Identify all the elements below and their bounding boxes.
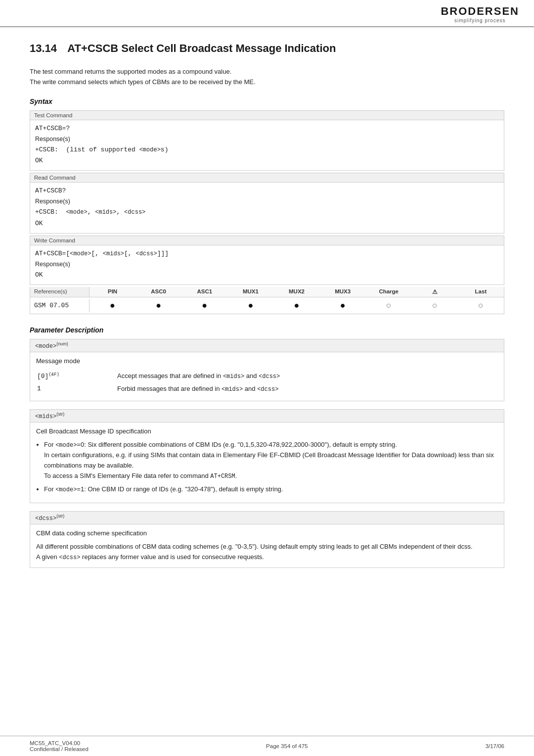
section-title-text: AT+CSCB Select Cell Broadcast Message In… [67,42,336,54]
main-content: 13.14 AT+CSCB Select Cell Broadcast Mess… [0,27,534,615]
command-blocks: Test Command AT+CSCB=? Response(s) +CSCB… [30,110,504,315]
col-mux3: MUX3 [320,287,366,297]
logo-subtitle: simplifying process [441,18,519,23]
intro-line-1: The test command returns the supported m… [30,67,504,77]
param-mode-val-1: 1 Forbid messages that are defined in <m… [37,383,497,395]
param-mode-header: <mode>(num) [30,339,504,352]
mids-bullet-0: For <mode>=0: Six different possible com… [44,440,498,481]
dot-mux3: ● [320,297,366,314]
col-last: Last [458,287,504,297]
dot-pin: ● [89,297,135,314]
syntax-heading: Syntax [30,97,504,105]
footer-doc-id: MC55_ATC_V04.00 [30,740,89,746]
param-mode-block: <mode>(num) Message mode [0](&F) Accept … [30,339,504,401]
param-mids-name: Cell Broadcast Message ID specification [36,426,498,437]
param-mids-block: <mids>(str) Cell Broadcast Message ID sp… [30,409,504,503]
write-command-header: Write Command [30,236,504,245]
write-response-label: Response(s) [35,259,499,270]
mode-val-0: [0](&F) [37,371,116,382]
param-dcss-text-1: All different possible combinations of C… [36,542,498,563]
footer-status: Confidential / Released [30,746,89,752]
read-command-header: Read Command [30,173,504,183]
test-command-text: AT+CSCB=? [35,123,499,134]
param-mode-val-0: [0](&F) Accept messages that are defined… [37,371,497,382]
col-mux1: MUX1 [227,287,273,297]
page-footer: MC55_ATC_V04.00 Confidential / Released … [0,736,534,756]
col-pin: PIN [89,287,135,297]
dot-warning: ○ [412,297,458,314]
ref-col-headers: PIN ASC0 ASC1 MUX1 MUX2 MUX3 Charge ⚠︎ L… [89,287,504,297]
reference-block: Reference(s) PIN ASC0 ASC1 MUX1 MUX2 MUX… [30,287,504,314]
param-mids-body: Cell Broadcast Message ID specification … [30,423,504,503]
intro-line-2: The write command selects which types of… [30,77,504,88]
col-warning: ⚠︎ [412,287,458,297]
param-mode-body: Message mode [0](&F) Accept messages tha… [30,352,504,401]
dot-charge: ○ [366,297,412,314]
write-ok: OK [35,270,499,281]
param-heading: Parameter Description [30,326,504,334]
test-response-text: +CSCB: (list of supported <mode>s) [35,144,499,155]
ref-dots-row: ● ● ● ● ● ● ○ ○ ○ [89,297,504,314]
section-number: 13.14 [30,42,57,54]
ref-gsm-label: GSM 07.05 [30,299,89,312]
test-command-block: Test Command AT+CSCB=? Response(s) +CSCB… [30,110,504,171]
section-title: 13.14 AT+CSCB Select Cell Broadcast Mess… [30,42,504,57]
param-dcss-header: <dcss>(str) [30,512,504,524]
test-command-header: Test Command [30,111,504,120]
footer-date: 3/17/06 [486,743,504,749]
dot-mux1: ● [227,297,273,314]
mids-bullet-1: For <mode>=1: One CBM ID or range of IDs… [44,484,498,495]
write-command-block: Write Command AT+CSCB=[<mode>[, <mids>[,… [30,236,504,285]
param-mids-bullets: For <mode>=0: Six different possible com… [44,440,498,495]
read-response-text: +CSCB: <mode>, <mids>, <dcss> [35,207,499,218]
read-command-text: AT+CSCB? [35,186,499,196]
test-ok: OK [35,155,499,166]
read-command-block: Read Command AT+CSCB? Response(s) +CSCB:… [30,173,504,234]
test-response-label: Response(s) [35,134,499,144]
intro-text: The test command returns the supported m… [30,67,504,88]
mode-val-1: 1 [37,383,116,395]
ref-header: Reference(s) PIN ASC0 ASC1 MUX1 MUX2 MUX… [30,287,504,297]
read-command-body: AT+CSCB? Response(s) +CSCB: <mode>, <mid… [30,183,504,233]
write-command-body: AT+CSCB=[<mode>[, <mids>[, <dcss>]]] Res… [30,245,504,284]
read-response-label: Response(s) [35,196,499,207]
mode-desc-0: Accept messages that are defined in <mid… [117,371,497,382]
col-asc1: ASC1 [181,287,227,297]
logo: BRODERSEN simplifying process [441,5,519,23]
col-asc0: ASC0 [135,287,181,297]
dot-asc0: ● [135,297,181,314]
logo-text: BRODERSEN [441,5,519,18]
read-ok: OK [35,218,499,229]
dot-last: ○ [458,297,504,314]
page-header: BRODERSEN simplifying process [0,0,534,27]
footer-left: MC55_ATC_V04.00 Confidential / Released [30,740,89,752]
param-mids-header: <mids>(str) [30,410,504,423]
param-dcss-body: CBM data coding scheme specification All… [30,524,504,567]
parameter-section: Parameter Description <mode>(num) Messag… [30,326,504,568]
col-mux2: MUX2 [273,287,319,297]
test-command-body: AT+CSCB=? Response(s) +CSCB: (list of su… [30,120,504,171]
param-dcss-name: CBM data coding scheme specification [36,528,498,539]
footer-center: Page 354 of 475 [266,743,308,749]
mode-desc-1: Forbid messages that are defined in <mid… [117,383,497,395]
col-charge: Charge [366,287,412,297]
ref-data-row: GSM 07.05 ● ● ● ● ● ● ○ ○ ○ [30,297,504,314]
reference-label: Reference(s) [30,287,89,297]
param-mode-values: [0](&F) Accept messages that are defined… [36,370,498,396]
write-command-text: AT+CSCB=[<mode>[, <mids>[, <dcss>]]] [35,248,499,259]
param-dcss-block: <dcss>(str) CBM data coding scheme speci… [30,511,504,568]
dot-asc1: ● [181,297,227,314]
dot-mux2: ● [273,297,319,314]
param-mode-name: Message mode [36,356,498,367]
